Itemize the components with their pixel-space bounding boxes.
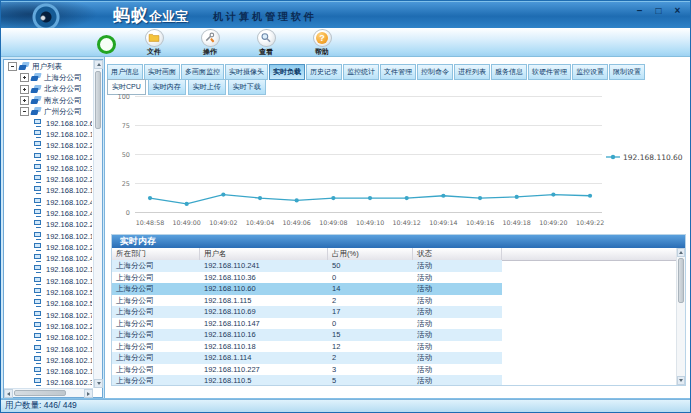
table-col-header-1[interactable]: 用户名: [200, 248, 328, 260]
tree-ip-22[interactable]: 192.168.102.162: [5, 366, 92, 377]
collapse-icon[interactable]: [20, 107, 29, 116]
tree-ip-label: 192.168.102.11: [46, 356, 92, 365]
table-cell: 192.168.110.227: [200, 364, 328, 376]
tree-ip-16[interactable]: 192.168.102.5: [5, 298, 92, 309]
table-cell: 活动: [413, 341, 502, 353]
scroll-up-icon[interactable]: [94, 60, 103, 69]
maximize-button[interactable]: □: [652, 4, 665, 17]
table-scroll-up-icon[interactable]: [677, 248, 685, 257]
table-cell: 192.168.110.69: [200, 306, 328, 318]
tab-7[interactable]: 文件管理: [380, 64, 416, 80]
svg-text:10:49:10: 10:49:10: [356, 219, 384, 226]
expand-icon[interactable]: [20, 85, 29, 94]
sidebar-vertical-scrollbar[interactable]: [93, 60, 102, 388]
tree-ip-23[interactable]: 192.168.102.3: [5, 377, 92, 387]
tab-11[interactable]: 软硬件管理: [528, 64, 571, 80]
tree-root[interactable]: 用户列表: [5, 61, 92, 72]
computer-icon: [34, 232, 43, 241]
tree-ip-15[interactable]: 192.168.102.53: [5, 287, 92, 298]
scroll-left-icon[interactable]: [4, 389, 13, 398]
help-icon: ?: [313, 29, 332, 47]
tree-group-2[interactable]: 南京分公司: [5, 95, 92, 106]
tree-ip-7[interactable]: 192.168.102.49: [5, 197, 92, 208]
group-icon: [31, 107, 42, 116]
table-col-header-3[interactable]: 状态: [413, 248, 502, 260]
expand-icon[interactable]: [20, 73, 29, 82]
tree-ip-0[interactable]: 192.168.102.62: [5, 117, 92, 128]
tab-5[interactable]: 历史记录: [306, 64, 342, 80]
close-button[interactable]: ×: [671, 4, 684, 17]
tree-group-3[interactable]: 广州分公司: [5, 106, 92, 117]
table-row[interactable]: 上海分公司192.168.110.360活动: [112, 272, 675, 284]
table-row[interactable]: 上海分公司192.168.110.55活动: [112, 375, 675, 385]
tree-ip-6[interactable]: 192.168.102.126: [5, 185, 92, 196]
view-button[interactable]: 查看: [238, 29, 294, 57]
file-button[interactable]: 文件: [126, 29, 182, 57]
computer-icon: [34, 198, 43, 207]
sidebar-vscroll-thumb[interactable]: [95, 71, 101, 129]
computer-icon: [34, 356, 43, 365]
tree-ip-label: 192.168.102.4: [46, 209, 92, 218]
tree-group-0[interactable]: 上海分公司: [5, 72, 92, 83]
table-scroll-thumb[interactable]: [678, 258, 684, 303]
status-bar: 用户数量: 446/ 449: [1, 399, 690, 412]
table-col-header-2[interactable]: 占用(%): [328, 248, 413, 260]
tab-4[interactable]: 实时负载: [269, 64, 305, 80]
table-cell: 192.168.110.147: [200, 318, 328, 330]
tree-group-label: 南京分公司: [44, 96, 82, 106]
table-row[interactable]: 上海分公司192.168.110.1812活动: [112, 341, 675, 353]
table-col-header-0[interactable]: 所在部门: [112, 248, 200, 260]
tree-ip-5[interactable]: 192.168.102.225: [5, 174, 92, 185]
svg-text:25: 25: [122, 180, 130, 188]
tree-ip-21[interactable]: 192.168.102.11: [5, 355, 92, 366]
tree-ip-13[interactable]: 192.168.102.111: [5, 264, 92, 275]
table-scroll-down-icon[interactable]: [677, 376, 685, 385]
tree-ip-8[interactable]: 192.168.102.4: [5, 208, 92, 219]
tree-ip-3[interactable]: 192.168.102.217: [5, 151, 92, 162]
table-row[interactable]: 上海分公司192.168.1.1142活动: [112, 352, 675, 364]
table-row[interactable]: 上海分公司192.168.110.1470活动: [112, 318, 675, 330]
tree-ip-10[interactable]: 192.168.102.177: [5, 230, 92, 241]
tab-6[interactable]: 监控统计: [343, 64, 379, 80]
tree-ip-label: 192.168.102.32: [46, 333, 92, 342]
sidebar-hscroll-thumb[interactable]: [14, 390, 66, 396]
scroll-right-icon[interactable]: [84, 389, 93, 398]
user-count-label: 用户数量:: [5, 400, 41, 410]
computer-icon: [34, 345, 43, 354]
tree-ip-12[interactable]: 192.168.102.43: [5, 253, 92, 264]
table-row[interactable]: 上海分公司192.168.110.24150活动: [112, 260, 675, 272]
table-row[interactable]: 上海分公司192.168.110.2273活动: [112, 364, 675, 376]
tree-ip-4[interactable]: 192.168.102.30: [5, 163, 92, 174]
tab-8[interactable]: 控制命令: [417, 64, 453, 80]
computer-icon: [34, 277, 43, 286]
minimize-button[interactable]: –: [633, 4, 646, 17]
tab-12[interactable]: 监控设置: [572, 64, 608, 80]
collapse-icon[interactable]: [8, 62, 17, 71]
tab-9[interactable]: 进程列表: [454, 64, 490, 80]
tab-10[interactable]: 服务信息: [491, 64, 527, 80]
tree-ip-2[interactable]: 192.168.102.233: [5, 140, 92, 151]
sidebar: 用户列表上海分公司北京分公司南京分公司广州分公司192.168.102.6219…: [3, 59, 103, 398]
tree-ip-label: 192.168.102.5: [46, 299, 92, 308]
tree-ip-11[interactable]: 192.168.102.22: [5, 242, 92, 253]
expand-icon[interactable]: [20, 96, 29, 105]
table-row[interactable]: 上海分公司192.168.110.1615活动: [112, 329, 675, 341]
table-row[interactable]: 上海分公司192.168.110.6014活动: [112, 283, 675, 295]
table-cell: 上海分公司: [112, 272, 200, 284]
tree-ip-14[interactable]: 192.168.102.132: [5, 276, 92, 287]
tree-ip-9[interactable]: 192.168.102.250: [5, 219, 92, 230]
tree-ip-1[interactable]: 192.168.102.153: [5, 129, 92, 140]
tree-group-1[interactable]: 北京分公司: [5, 84, 92, 95]
table-scrollbar[interactable]: [676, 248, 685, 385]
sidebar-horizontal-scrollbar[interactable]: [4, 388, 93, 397]
table-row[interactable]: 上海分公司192.168.110.6917活动: [112, 306, 675, 318]
operate-button[interactable]: 操作: [182, 29, 238, 57]
table-row[interactable]: 上海分公司192.168.1.1152活动: [112, 295, 675, 307]
tree-ip-20[interactable]: 192.168.102.13: [5, 343, 92, 354]
tree-ip-18[interactable]: 192.168.102.27: [5, 321, 92, 332]
help-button[interactable]: ? 帮助: [294, 29, 350, 57]
tree-ip-19[interactable]: 192.168.102.32: [5, 332, 92, 343]
scroll-down-icon[interactable]: [94, 379, 103, 388]
tab-13[interactable]: 限制设置: [609, 64, 645, 80]
tree-ip-17[interactable]: 192.168.102.75: [5, 310, 92, 321]
